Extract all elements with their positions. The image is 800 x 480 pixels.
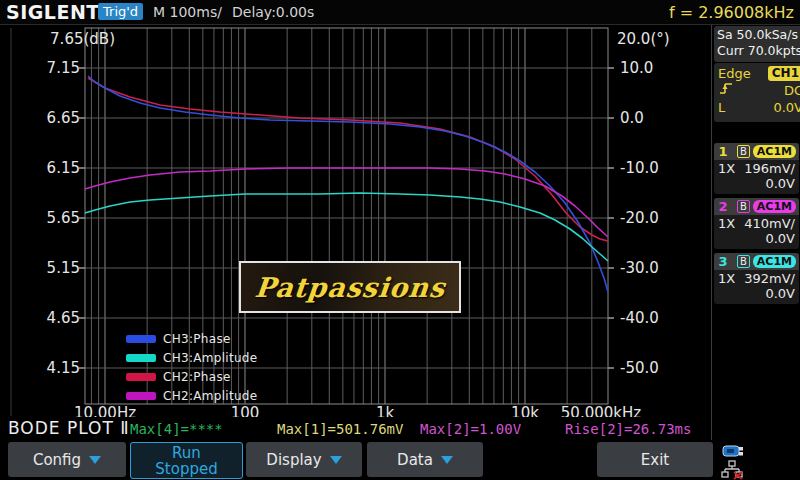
coupling-badge: AC1M [753, 145, 796, 158]
axis-tick-label: -50.0 [620, 359, 659, 377]
axis-tick-label: 6.65 [20, 109, 80, 127]
acquisition-panel: Sa 50.0kSa/s Curr 70.0kpts [714, 26, 800, 62]
bandwidth-badge: B [737, 200, 750, 213]
legend-label: CH2:Phase [163, 370, 231, 384]
rising-edge-icon [718, 81, 734, 100]
measurement-max4: Max[4]=**** [130, 421, 223, 437]
axis-tick-label: 7.15 [20, 59, 80, 77]
trigger-level-value: 0.0V [773, 100, 800, 115]
watermark-image: Patpassions [239, 261, 461, 313]
legend-label: CH3:Phase [163, 332, 231, 346]
coupling-badge: AC1M [753, 200, 796, 213]
top-status-bar: SIGLENT Trig'd M 100ms/ Delay:0.00s f = … [0, 0, 800, 25]
legend-item: CH2:Phase [126, 367, 257, 386]
volts-per-div: 392mV/ [744, 271, 795, 286]
axis-tick-label: 6.15 [20, 159, 80, 177]
trigger-panel[interactable]: Edge CH1 DC L 0.0V [714, 63, 800, 122]
timebase-readout[interactable]: M 100ms/ [153, 4, 222, 20]
channel-1-box[interactable]: 1 B AC1M 1X196mV/ 0.0V [714, 143, 799, 194]
channel-offset: 0.0V [714, 176, 799, 191]
legend-swatch [126, 335, 156, 343]
axis-tick-label: -10.0 [620, 159, 659, 177]
bandwidth-badge: B [737, 255, 750, 268]
measurement-max2: Max[2]=1.00V [420, 421, 521, 437]
bode-plot-canvas [0, 0, 711, 417]
measurement-rise2: Rise[2]=26.73ms [565, 421, 691, 437]
channel-2-number: 2 [717, 199, 729, 214]
measurement-max1: Max[1]=501.76mV [277, 421, 403, 437]
channel-3-box[interactable]: 3 B AC1M 1X392mV/ 0.0V [714, 253, 799, 304]
watermark-text: Patpassions [253, 272, 447, 303]
probe-ratio: 1X [718, 161, 735, 176]
softkey-menu-bar: Config RunStopped Display Data Exit [0, 440, 800, 480]
volts-per-div: 196mV/ [744, 161, 795, 176]
bandwidth-badge: B [737, 145, 750, 158]
run-stop-button[interactable]: RunStopped [130, 442, 243, 479]
frequency-readout: f = 2.96008kHz [669, 3, 794, 22]
legend-item: CH2:Amplitude [126, 386, 257, 405]
axis-tick-label: 5.65 [20, 209, 80, 227]
oscilloscope-screen: SIGLENT Trig'd M 100ms/ Delay:0.00s f = … [0, 0, 800, 480]
axis-tick-label: 5.15 [20, 259, 80, 277]
legend-swatch [126, 354, 156, 362]
channel-offset: 0.0V [714, 231, 799, 246]
siglent-logo: SIGLENT [6, 1, 100, 23]
axis-tick-label: -30.0 [620, 259, 659, 277]
trigger-status-badge: Trig'd [98, 3, 143, 20]
channel-1-number: 1 [717, 144, 729, 159]
axis-tick-label: -40.0 [620, 309, 659, 327]
display-button[interactable]: Display [246, 442, 362, 477]
trigger-coupling: DC [784, 83, 800, 98]
mode-title: BODE PLOT Ⅱ [8, 418, 130, 438]
data-button[interactable]: Data [367, 442, 483, 477]
volts-per-div: 410mV/ [744, 216, 795, 231]
trigger-level-label: L [718, 100, 725, 115]
trigger-type-label: Edge [718, 66, 751, 81]
config-button[interactable]: Config [8, 442, 126, 477]
coupling-badge: AC1M [753, 255, 796, 268]
legend-item: CH3:Amplitude [126, 348, 257, 367]
legend-swatch [126, 373, 156, 381]
exit-button[interactable]: Exit [597, 442, 713, 477]
axis-tick-label: -20.0 [620, 209, 659, 227]
chevron-down-icon [441, 456, 453, 464]
axis-tick-label: 10.0 [620, 59, 653, 77]
axis-tick-label: 0.0 [620, 109, 644, 127]
plot-legend: CH3:PhaseCH3:AmplitudeCH2:PhaseCH2:Ampli… [126, 329, 257, 405]
memory-depth: Curr 70.0kpts [717, 43, 800, 59]
axis-tick-label: 4.65 [20, 309, 80, 327]
lan-disconnected-icon [721, 460, 745, 480]
legend-item: CH3:Phase [126, 329, 257, 348]
chevron-down-icon [330, 456, 342, 464]
legend-label: CH3:Amplitude [163, 351, 257, 365]
delay-readout[interactable]: Delay:0.00s [232, 4, 314, 20]
right-axis-title: 20.0(°) [617, 30, 670, 48]
bottom-status-bar: BODE PLOT Ⅱ Max[4]=**** Max[1]=501.76mV … [0, 417, 711, 440]
left-axis-title: 7.65(dB) [25, 30, 115, 48]
channel-3-number: 3 [717, 254, 729, 269]
right-sidebar: Sa 50.0kSa/s Curr 70.0kpts Edge CH1 DC L… [711, 25, 800, 480]
axis-tick-label: 4.15 [20, 359, 80, 377]
trigger-source-badge: CH1 [768, 66, 800, 81]
sample-rate: Sa 50.0kSa/s [717, 27, 800, 43]
channel-offset: 0.0V [714, 286, 799, 301]
legend-swatch [126, 392, 156, 400]
channel-2-box[interactable]: 2 B AC1M 1X410mV/ 0.0V [714, 198, 799, 249]
probe-ratio: 1X [718, 271, 735, 286]
probe-ratio: 1X [718, 216, 735, 231]
chevron-down-icon [89, 456, 101, 464]
legend-label: CH2:Amplitude [163, 389, 257, 403]
